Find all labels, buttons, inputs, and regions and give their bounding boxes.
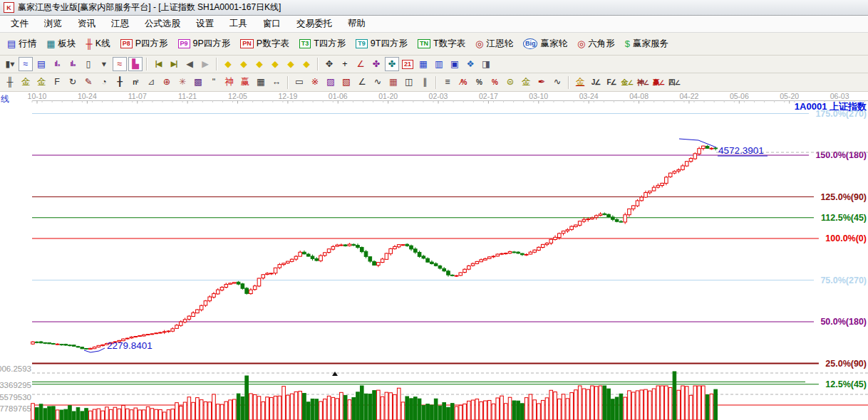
t-table-button[interactable]: TNT数字表 [413, 36, 470, 52]
gold-ratio-tool[interactable]: 金 [19, 75, 33, 90]
print-icon[interactable]: ◨ [479, 57, 493, 71]
bars-3-icon[interactable]: ıl₃ [50, 57, 64, 71]
f-angle-tool[interactable]: F∠ [604, 75, 619, 90]
gold-line-tool[interactable]: 金 [519, 75, 533, 90]
winner-service-button[interactable]: $赢家服务 [620, 36, 673, 52]
menu-item-设置[interactable]: 设置 [188, 16, 222, 31]
angle-ruler-icon[interactable]: ∠ [353, 57, 368, 71]
chart-type-dropdown[interactable]: ▮▾ [3, 57, 17, 71]
quotes-button[interactable]: ▤行情 [2, 36, 41, 52]
nine-t-square-button[interactable]: T99T四方形 [351, 36, 413, 52]
menu-item-工具[interactable]: 工具 [222, 16, 255, 31]
ying-angle-tool[interactable]: 赢∠ [651, 75, 666, 90]
gold-circle-tool[interactable]: ⊜ [503, 75, 517, 90]
k-count-tool[interactable]: ʺ [207, 75, 221, 90]
fan-red-tool[interactable]: ※ [308, 75, 322, 90]
candlesticks[interactable] [31, 145, 718, 350]
info-report-icon[interactable]: ▤ [34, 57, 48, 71]
p-square-button[interactable]: P8P四方形 [115, 36, 173, 52]
menu-item-公式选股[interactable]: 公式选股 [137, 16, 188, 31]
gold-ratio2-tool[interactable]: 金 [34, 75, 48, 90]
save-icon[interactable]: ▣ [448, 57, 462, 71]
diamond-expand-icon[interactable]: ◆ [299, 57, 314, 71]
bars-9-icon[interactable]: ıl₉ [66, 57, 80, 71]
diamond-compress-icon[interactable]: ◆ [268, 57, 282, 71]
grid-box-tool[interactable]: ◫ [402, 75, 416, 90]
j-angle-tool[interactable]: J∠ [589, 75, 603, 90]
menu-item-窗口[interactable]: 窗口 [255, 16, 289, 31]
nav-next-icon[interactable]: ▶ [198, 57, 212, 71]
calculator-icon[interactable]: ▦ [416, 57, 430, 71]
p-table-button[interactable]: PNP数字表 [235, 36, 294, 52]
shade-box-tool[interactable]: ▨ [324, 75, 338, 90]
angle-tool[interactable]: ⊿ [144, 75, 158, 90]
percent-level-tool[interactable]: % [487, 75, 502, 90]
t-square-button[interactable]: T3T四方形 [294, 36, 351, 52]
spiderweb-tool[interactable]: ✳ [175, 75, 190, 90]
diamond-right-icon[interactable]: ◆ [237, 57, 251, 71]
spiral-tool[interactable]: ↻ [66, 75, 80, 90]
sectors-button[interactable]: ▦板块 [41, 36, 81, 52]
shen-angle-tool[interactable]: 神∠ [636, 75, 650, 90]
winner-wheel-button[interactable]: Big赢家轮 [518, 36, 572, 52]
red-grid-tool[interactable]: ▦ [386, 75, 401, 90]
compass-tool[interactable]: ⊕ [160, 75, 174, 90]
nav-first-icon[interactable]: |◀ [151, 57, 165, 71]
chart-area[interactable]: 10-1010-2411-0711-2112-0512-1901-0601-20… [0, 92, 868, 420]
n-square-tool[interactable]: n² [128, 75, 143, 90]
menu-item-文件[interactable]: 文件 [3, 16, 36, 31]
menu-item-交易委托[interactable]: 交易委托 [289, 16, 340, 31]
shade-box2-tool[interactable]: ▧ [339, 75, 353, 90]
purple-pattern-icon[interactable]: ✤ [369, 57, 383, 71]
hspan-tool[interactable]: ↔ [269, 75, 284, 90]
style-dropdown-icon[interactable]: ▾ [97, 57, 111, 71]
pen-a-tool[interactable]: ✒ [534, 75, 549, 90]
notes-icon[interactable]: ▥ [432, 57, 446, 71]
gann-line-tool[interactable]: ╫ [3, 75, 17, 90]
candle-style-icon[interactable]: ▯ [81, 57, 95, 71]
nav-prev-icon[interactable]: ◀ [182, 57, 197, 71]
grid-net-tool[interactable]: ▩ [191, 75, 205, 90]
toolbar-separator [435, 76, 437, 89]
gann-wheel-button[interactable]: ◎江恩轮 [470, 36, 518, 52]
diamond-left-icon[interactable]: ◆ [221, 57, 235, 71]
menu-item-江恩[interactable]: 江恩 [103, 16, 137, 31]
multi-line-tool[interactable]: ∠ [355, 75, 369, 90]
blue-wave-icon[interactable]: ≈ [19, 57, 33, 71]
circle-ruler-tool[interactable]: ◔ [97, 75, 111, 90]
box-tool[interactable]: ▭ [292, 75, 306, 90]
percent-fan-tool[interactable]: ∕% [456, 75, 470, 90]
gold-angle-tool[interactable]: 金∠ [620, 75, 634, 90]
kline-chart[interactable]: 10-1010-2411-0711-2112-0512-1901-0601-20… [0, 92, 868, 420]
menu-item-帮助[interactable]: 帮助 [340, 16, 373, 31]
calendar-icon[interactable]: 21 [401, 57, 415, 71]
red-wave-icon[interactable]: ≈ [113, 57, 127, 71]
nine-p-square-button[interactable]: P99P四方形 [173, 36, 236, 52]
ying-tool[interactable]: 赢 [238, 75, 252, 90]
zigzag-tool[interactable]: ∿ [371, 75, 385, 90]
parallel-tool[interactable]: ∥ [418, 75, 432, 90]
nav-last-icon[interactable]: ▶| [167, 57, 181, 71]
count-lines-tool[interactable]: ≡ [440, 75, 455, 90]
pen-tool[interactable]: ✎ [81, 75, 95, 90]
fibonacci-tool[interactable]: F [50, 75, 64, 90]
gold-underline-tool[interactable]: 金 [573, 75, 587, 90]
percent-tool[interactable]: % [472, 75, 486, 90]
wave-channel-tool[interactable]: ∿ [550, 75, 564, 90]
network-icon[interactable]: ❖ [463, 57, 477, 71]
four-angle-tool[interactable]: 四∠ [667, 75, 681, 90]
ruler-123-tool[interactable]: ▦ [254, 75, 268, 90]
kline-button[interactable]: ╫K线 [81, 36, 115, 52]
crosshair-icon[interactable]: + [338, 57, 352, 71]
tick-ruler-tool[interactable]: ╂ [113, 75, 127, 90]
hand-tool-icon[interactable]: ✥ [322, 57, 336, 71]
volume-bars[interactable] [31, 372, 718, 420]
diamond-hspan-icon[interactable]: ◆ [252, 57, 267, 71]
menu-item-浏览[interactable]: 浏览 [36, 16, 70, 31]
diamond-vspan-icon[interactable]: ◆ [284, 57, 298, 71]
hexagon-button[interactable]: ◎六角形 [572, 36, 620, 52]
menu-item-资讯[interactable]: 资讯 [70, 16, 103, 31]
color-bars-icon[interactable]: ▙ [128, 57, 143, 71]
shen-tool[interactable]: 神 [222, 75, 237, 90]
teal-pattern-icon[interactable]: ✤ [385, 57, 399, 71]
